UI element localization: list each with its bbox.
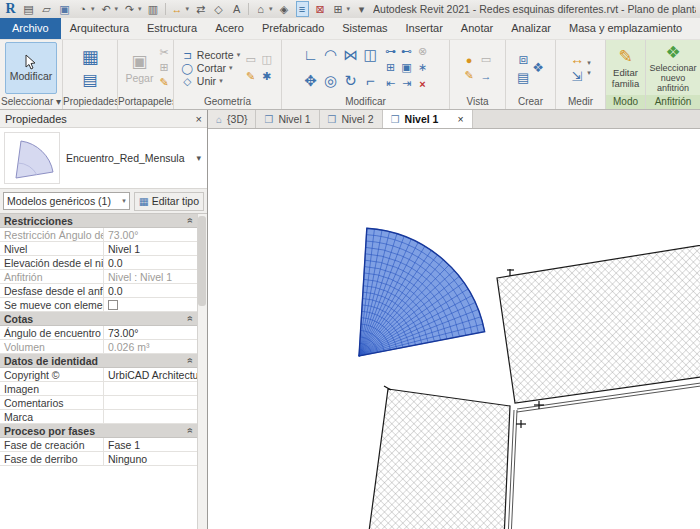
close-hidden-windows-icon[interactable]: ⊠ [314,2,327,16]
text-icon[interactable]: A [230,2,243,16]
property-value[interactable]: 0.0 [104,284,197,297]
properties-browser-icon[interactable]: ▤ [82,70,97,89]
collapse-icon[interactable]: » [185,428,196,434]
property-value[interactable]: Nivel : Nivel 1 [104,270,197,283]
property-value[interactable]: 73.00° [104,228,197,241]
property-value[interactable]: Nivel 1 [104,242,197,255]
ribbon-tab-colaborar[interactable]: Colaborar [691,18,700,39]
create-group-icon[interactable]: ▤ [517,70,529,85]
edit-type-button[interactable]: ▦ Editar tipo [134,192,204,211]
cope-button[interactable]: ⊐ Recorte ▾ [181,49,240,61]
property-row[interactable]: Volumen0.026 m³ [0,340,197,354]
unpin-icon[interactable]: ⊗ [418,45,427,58]
panel-label-medir[interactable]: Medir [556,95,605,109]
ribbon-tab-masa-y-emplazamiento[interactable]: Masa y emplazamiento [560,18,691,39]
family-filter-dropdown[interactable]: Modelos genéricos (1) ▾ [3,192,130,210]
mirror-pick-icon[interactable]: ⋈ [343,46,358,64]
properties-scrollbar[interactable] [197,214,207,529]
create-assembly-icon[interactable]: ❖ [532,60,544,75]
property-row[interactable]: Desfase desde el anfitr...0.0 [0,284,197,298]
property-value[interactable]: Fase 1 [104,438,197,451]
ribbon-tab-arquitectura[interactable]: Arquitectura [61,18,138,39]
switch-caret-icon[interactable]: ▾ [347,5,351,13]
type-selector-caret-icon[interactable]: ▾ [196,153,203,163]
collapse-icon[interactable]: » [185,358,196,364]
mirror-draw-icon[interactable]: ◫ [363,46,377,64]
paint-icon[interactable]: ✎ [246,70,255,83]
ribbon-tab-estructura[interactable]: Estructura [138,18,206,39]
ribbon-tab-anotar[interactable]: Anotar [452,18,502,39]
properties-close-icon[interactable]: × [196,113,202,125]
wall-joins-icon[interactable]: ◫ [261,53,271,66]
section-header[interactable]: Cotas» [0,312,197,326]
paste-button[interactable]: ▣ Pegar [122,51,156,85]
split-icon[interactable]: ⊶ [385,45,396,58]
redo-icon[interactable]: ↷ [123,2,136,16]
switch-windows-icon[interactable]: ⊞ [332,2,345,16]
property-value[interactable] [104,396,197,409]
property-row[interactable]: Marca [0,410,197,424]
create-similar-icon[interactable]: ⧈ [518,50,528,68]
cutaway-icon[interactable]: → [481,70,492,82]
copy-icon[interactable]: ⊞ [159,61,168,74]
rotate-icon[interactable]: ↻ [344,72,357,90]
property-row[interactable]: Fase de derriboNinguno [0,452,197,466]
modify-button[interactable]: Modificar [5,42,57,94]
property-row[interactable]: Se mueve con elemen... [0,298,197,312]
trim-extend-icon[interactable]: ⇤ [386,77,395,90]
view-tab-nivel-1[interactable]: ❒Nivel 1× [383,110,473,128]
type-selector[interactable]: Encuentro_Red_Mensula ▾ [0,127,207,189]
drawing-canvas[interactable] [208,129,700,529]
linework-icon[interactable]: ✎ [464,69,473,82]
collapse-icon[interactable]: » [185,218,196,224]
property-row[interactable]: Restricción Ángulo de ...73.00° [0,228,197,242]
property-row[interactable]: Ángulo de encuentro73.00° [0,326,197,340]
measure-caret-icon[interactable]: ▾ [587,59,591,67]
property-row[interactable]: Comentarios [0,396,197,410]
panel-label-vista[interactable]: Vista [450,95,505,109]
offset-icon[interactable]: ◠ [324,46,337,64]
trim-multiple-icon[interactable]: ⇥ [402,77,411,90]
property-row[interactable]: NivelNivel 1 [0,242,197,256]
redo-caret-icon[interactable]: ▾ [138,5,142,13]
move-icon[interactable]: ✥ [304,72,317,90]
panel-label-anfitrion[interactable]: Anfitrión [646,95,700,109]
property-value[interactable]: 73.00° [104,326,197,339]
property-row[interactable]: Imagen [0,382,197,396]
trim-corner-icon[interactable]: ⌐ [366,72,375,89]
undo-caret-icon[interactable]: ▾ [115,5,119,13]
panel-label-modificar[interactable]: Modificar [282,95,449,109]
display-box-icon[interactable]: ▭ [481,53,491,66]
panel-label-geometria[interactable]: Geometría [174,95,281,109]
match-type-icon[interactable]: ✎ [159,76,168,89]
pin-icon[interactable]: ∗ [418,61,427,74]
property-value[interactable] [104,410,197,423]
view-tab-nivel-2[interactable]: ❒Nivel 2 [320,110,383,128]
aligned-dimension-icon[interactable]: ⇄ [194,2,207,16]
beam-handles-icon[interactable]: ▭ [245,53,255,66]
panel-label-seleccionar[interactable]: Seleccionar ▾ [0,95,62,109]
copy-element-icon[interactable]: ◎ [324,72,337,90]
file-tab-icon[interactable]: ▤ [22,2,35,16]
print-icon[interactable]: ▥ [147,2,160,16]
net-fan-selected[interactable] [359,228,485,356]
ribbon-tab-acero[interactable]: Acero [206,18,253,39]
undo-icon[interactable]: ↶ [100,2,113,16]
panel-label-crear[interactable]: Crear [506,95,555,109]
open-icon[interactable]: ▱ [40,2,53,16]
ribbon-tab-sistemas[interactable]: Sistemas [333,18,396,39]
property-value[interactable]: 0.0 [104,256,197,269]
view-tab--3d-[interactable]: ⌂{3D} [208,110,256,128]
measure-caret-icon[interactable]: ▾ [587,69,591,77]
view-caret-icon[interactable]: ▾ [269,5,273,13]
split-gap-icon[interactable]: ⊷ [401,45,412,58]
ribbon-tab-insertar[interactable]: Insertar [397,18,452,39]
net-panel[interactable] [368,389,510,529]
revit-logo-icon[interactable]: R [4,2,17,16]
property-value[interactable] [104,382,197,395]
sync-icon[interactable]: ◔ [76,2,89,16]
panel-label-modo[interactable]: Modo [606,95,645,109]
properties-scrollbar-thumb[interactable] [198,216,206,306]
property-row[interactable]: Fase de creaciónFase 1 [0,438,197,452]
ribbon-tab-prefabricado[interactable]: Prefabricado [253,18,333,39]
